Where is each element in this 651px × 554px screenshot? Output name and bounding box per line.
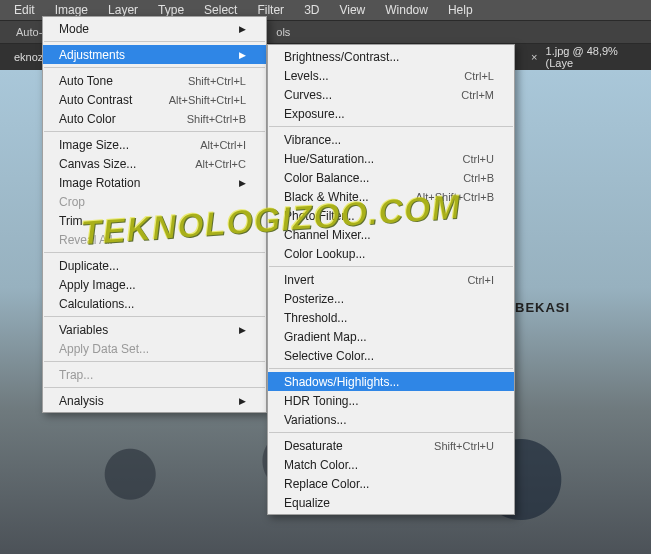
menu-apply-data-set: Apply Data Set... <box>43 339 266 358</box>
menu-variables[interactable]: Variables▶ <box>43 320 266 339</box>
chevron-right-icon: ▶ <box>239 178 246 188</box>
menu-auto-color[interactable]: Auto ColorShift+Ctrl+B <box>43 109 266 128</box>
menu-calculations[interactable]: Calculations... <box>43 294 266 313</box>
menu-auto-tone[interactable]: Auto ToneShift+Ctrl+L <box>43 71 266 90</box>
separator <box>269 126 513 127</box>
menu-threshold[interactable]: Threshold... <box>268 308 514 327</box>
menu-view[interactable]: View <box>329 1 375 19</box>
menu-selective-color[interactable]: Selective Color... <box>268 346 514 365</box>
separator <box>44 41 265 42</box>
menu-channel-mixer[interactable]: Channel Mixer... <box>268 225 514 244</box>
image-menu-dropdown: Mode▶ Adjustments▶ Auto ToneShift+Ctrl+L… <box>42 16 267 413</box>
separator <box>269 368 513 369</box>
separator <box>44 387 265 388</box>
adjustments-submenu: Brightness/Contrast... Levels...Ctrl+L C… <box>267 44 515 515</box>
chevron-right-icon: ▶ <box>239 325 246 335</box>
menu-canvas-size[interactable]: Canvas Size...Alt+Ctrl+C <box>43 154 266 173</box>
menu-brightness-contrast[interactable]: Brightness/Contrast... <box>268 47 514 66</box>
menu-posterize[interactable]: Posterize... <box>268 289 514 308</box>
menu-shadows-highlights[interactable]: Shadows/Highlights... <box>268 372 514 391</box>
menu-trap: Trap... <box>43 365 266 384</box>
menu-image-rotation[interactable]: Image Rotation▶ <box>43 173 266 192</box>
tab-doc-2[interactable]: 1.jpg @ 48,9% (Laye <box>538 41 651 73</box>
menu-gradient-map[interactable]: Gradient Map... <box>268 327 514 346</box>
menu-desaturate[interactable]: DesaturateShift+Ctrl+U <box>268 436 514 455</box>
menu-hue-saturation[interactable]: Hue/Saturation...Ctrl+U <box>268 149 514 168</box>
menu-auto-contrast[interactable]: Auto ContrastAlt+Shift+Ctrl+L <box>43 90 266 109</box>
menu-photo-filter[interactable]: Photo Filter... <box>268 206 514 225</box>
separator <box>269 266 513 267</box>
menu-color-lookup[interactable]: Color Lookup... <box>268 244 514 263</box>
menu-hdr-toning[interactable]: HDR Toning... <box>268 391 514 410</box>
menu-adjustments[interactable]: Adjustments▶ <box>43 45 266 64</box>
menu-curves[interactable]: Curves...Ctrl+M <box>268 85 514 104</box>
toolbar-label: Auto- <box>16 26 42 38</box>
menu-black-white[interactable]: Black & White...Alt+Shift+Ctrl+B <box>268 187 514 206</box>
menu-variations[interactable]: Variations... <box>268 410 514 429</box>
menu-3d[interactable]: 3D <box>294 1 329 19</box>
menu-analysis[interactable]: Analysis▶ <box>43 391 266 410</box>
separator <box>44 316 265 317</box>
menu-invert[interactable]: InvertCtrl+I <box>268 270 514 289</box>
menu-replace-color[interactable]: Replace Color... <box>268 474 514 493</box>
menu-duplicate[interactable]: Duplicate... <box>43 256 266 275</box>
menu-reveal-all: Reveal All <box>43 230 266 249</box>
menu-crop: Crop <box>43 192 266 211</box>
menu-color-balance[interactable]: Color Balance...Ctrl+B <box>268 168 514 187</box>
menu-window[interactable]: Window <box>375 1 438 19</box>
menu-image-size[interactable]: Image Size...Alt+Ctrl+I <box>43 135 266 154</box>
separator <box>44 252 265 253</box>
menu-mode[interactable]: Mode▶ <box>43 19 266 38</box>
menu-trim[interactable]: Trim... <box>43 211 266 230</box>
menu-apply-image[interactable]: Apply Image... <box>43 275 266 294</box>
menu-exposure[interactable]: Exposure... <box>268 104 514 123</box>
menu-match-color[interactable]: Match Color... <box>268 455 514 474</box>
separator <box>44 361 265 362</box>
separator <box>44 67 265 68</box>
separator <box>269 432 513 433</box>
menu-help[interactable]: Help <box>438 1 483 19</box>
chevron-right-icon: ▶ <box>239 24 246 34</box>
chevron-right-icon: ▶ <box>239 50 246 60</box>
menu-equalize[interactable]: Equalize <box>268 493 514 512</box>
menu-vibrance[interactable]: Vibrance... <box>268 130 514 149</box>
chevron-right-icon: ▶ <box>239 396 246 406</box>
menu-levels[interactable]: Levels...Ctrl+L <box>268 66 514 85</box>
menu-edit[interactable]: Edit <box>4 1 45 19</box>
toolbar-label-2: ols <box>276 26 290 38</box>
separator <box>44 131 265 132</box>
